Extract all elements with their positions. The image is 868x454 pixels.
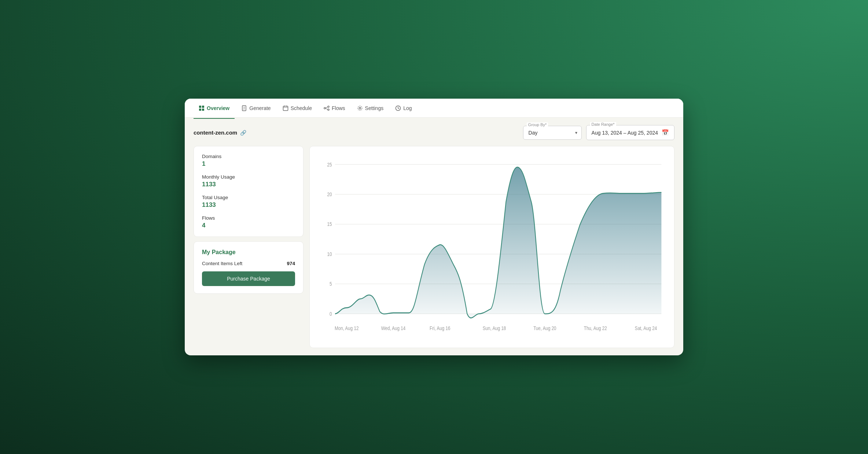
calendar-icon	[283, 105, 288, 111]
svg-rect-2	[199, 109, 201, 111]
stats-card: Domains 1 Monthly Usage 1133 Total Usage…	[194, 146, 304, 237]
group-by-wrapper: Group By* Day Week Month ▾	[523, 126, 582, 140]
site-title: content-zen.com 🔗	[194, 129, 246, 136]
svg-point-14	[328, 109, 329, 110]
svg-text:Thu, Aug 22: Thu, Aug 22	[584, 325, 607, 331]
date-range-label: Date Range*	[590, 122, 616, 127]
svg-line-16	[326, 108, 328, 109]
top-row: content-zen.com 🔗 Group By* Day Week Mon…	[194, 125, 674, 140]
domains-stat: Domains 1	[202, 154, 295, 168]
app-window: Overview Generate	[185, 99, 683, 355]
calendar-picker-icon: 📅	[662, 129, 669, 136]
top-nav: Overview Generate	[185, 99, 683, 118]
flows-value: 4	[202, 222, 295, 229]
package-card: My Package Content Items Left 974 Purcha…	[194, 241, 304, 294]
domains-value: 1	[202, 160, 295, 168]
nav-settings-label: Settings	[365, 105, 384, 111]
nav-overview[interactable]: Overview	[194, 102, 235, 114]
svg-point-13	[328, 106, 329, 107]
doc-icon	[241, 105, 247, 111]
svg-text:5: 5	[330, 281, 332, 287]
svg-text:Sat, Aug 24: Sat, Aug 24	[635, 325, 657, 331]
flows-label: Flows	[202, 215, 295, 221]
purchase-package-button[interactable]: Purchase Package	[202, 271, 295, 286]
nav-flows[interactable]: Flows	[319, 102, 350, 114]
svg-rect-0	[199, 106, 201, 108]
total-usage-stat: Total Usage 1133	[202, 195, 295, 209]
svg-rect-3	[202, 109, 204, 111]
content-items-value: 974	[287, 261, 295, 266]
monthly-usage-label: Monthly Usage	[202, 174, 295, 180]
nav-log[interactable]: Log	[390, 102, 417, 114]
clock-icon	[395, 105, 401, 111]
group-by-select[interactable]: Day Week Month	[523, 126, 582, 140]
package-title: My Package	[202, 249, 295, 256]
svg-line-15	[326, 107, 328, 108]
svg-text:Sun, Aug 18: Sun, Aug 18	[483, 325, 506, 331]
nav-flows-label: Flows	[332, 105, 345, 111]
package-items-row: Content Items Left 974	[202, 261, 295, 266]
svg-text:Wed, Aug 14: Wed, Aug 14	[381, 325, 406, 331]
date-range-value: Aug 13, 2024 – Aug 25, 2024	[592, 130, 658, 136]
date-range-box[interactable]: Date Range* Aug 13, 2024 – Aug 25, 2024 …	[586, 125, 674, 140]
site-name: content-zen.com	[194, 129, 237, 136]
flows-stat: Flows 4	[202, 215, 295, 229]
chart-fill-area	[335, 167, 661, 318]
monthly-usage-stat: Monthly Usage 1133	[202, 174, 295, 188]
flow-icon	[324, 105, 330, 111]
svg-point-12	[324, 107, 326, 109]
total-usage-label: Total Usage	[202, 195, 295, 200]
link-icon: 🔗	[240, 130, 246, 136]
nav-generate[interactable]: Generate	[236, 102, 276, 114]
main-content: content-zen.com 🔗 Group By* Day Week Mon…	[185, 118, 683, 355]
nav-schedule-label: Schedule	[291, 105, 312, 111]
usage-chart: 0 5 10 15 20 25	[316, 155, 665, 342]
svg-text:10: 10	[327, 251, 332, 257]
domains-label: Domains	[202, 154, 295, 159]
gear-icon	[357, 105, 363, 111]
svg-rect-8	[283, 106, 288, 110]
left-sidebar: Domains 1 Monthly Usage 1133 Total Usage…	[194, 146, 304, 348]
content-items-label: Content Items Left	[202, 261, 242, 266]
monthly-usage-value: 1133	[202, 181, 295, 188]
nav-overview-label: Overview	[207, 105, 229, 111]
controls-row: Group By* Day Week Month ▾ Date Range* A…	[523, 125, 674, 140]
svg-text:0: 0	[330, 311, 332, 317]
svg-text:20: 20	[327, 191, 332, 197]
total-usage-value: 1133	[202, 201, 295, 209]
chart-area: 0 5 10 15 20 25	[309, 146, 674, 348]
svg-text:25: 25	[327, 162, 332, 168]
nav-log-label: Log	[403, 105, 412, 111]
svg-text:Tue, Aug 20: Tue, Aug 20	[533, 325, 556, 331]
svg-text:Mon, Aug 12: Mon, Aug 12	[335, 325, 358, 331]
nav-generate-label: Generate	[249, 105, 271, 111]
content-grid: Domains 1 Monthly Usage 1133 Total Usage…	[194, 146, 674, 348]
svg-point-17	[359, 107, 361, 109]
grid-icon	[199, 105, 205, 111]
chart-container: 0 5 10 15 20 25	[316, 155, 665, 342]
nav-settings[interactable]: Settings	[352, 102, 389, 114]
svg-rect-1	[202, 106, 204, 108]
svg-text:Fri, Aug 16: Fri, Aug 16	[430, 325, 450, 331]
svg-text:15: 15	[327, 221, 332, 227]
group-by-label: Group By*	[527, 122, 548, 127]
nav-schedule[interactable]: Schedule	[277, 102, 317, 114]
